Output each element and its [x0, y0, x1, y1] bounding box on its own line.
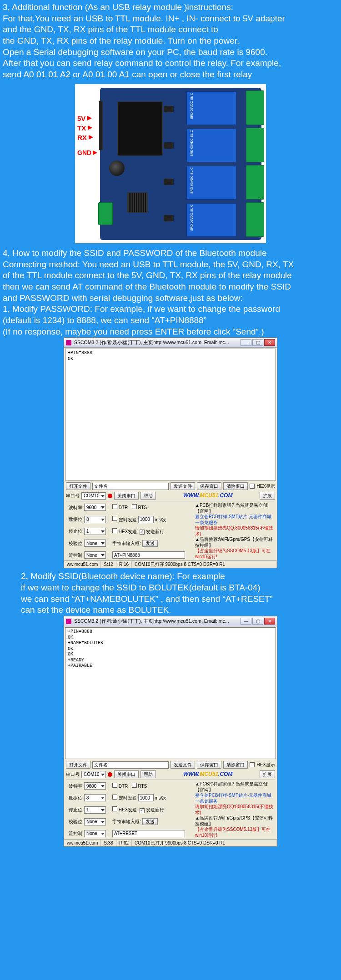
maximize-button[interactable]: ▢	[252, 339, 263, 346]
website-link[interactable]: WWW.MCU51.COM	[158, 492, 258, 500]
hex-show-checkbox[interactable]	[250, 484, 255, 489]
close-port-button[interactable]: 关闭串口	[114, 492, 139, 500]
arrow-icon	[88, 125, 92, 130]
smd-chip	[164, 215, 174, 221]
timed-checkbox[interactable]	[112, 795, 117, 800]
help-button[interactable]: 帮助	[140, 770, 156, 778]
timed-checkbox[interactable]	[112, 516, 117, 521]
mid-l3: we can send “AT+NAMEBOLUTEK” , and then …	[21, 594, 338, 605]
hexsend-checkbox[interactable]	[112, 806, 117, 811]
clear-window-button[interactable]: 清除窗口	[223, 482, 248, 490]
sec4-l4: and PASSWORD with serial debugging softw…	[3, 293, 338, 304]
port-select[interactable]: COM10	[81, 492, 106, 500]
stop-select[interactable]: 1	[84, 806, 106, 814]
send-file-button[interactable]: 发送文件	[170, 761, 195, 769]
sendnew-checkbox[interactable]: ✓	[140, 808, 145, 813]
timed-unit: ms/次	[155, 795, 166, 800]
stop-label: 停止位	[66, 807, 82, 813]
rts-label: RTS	[138, 784, 147, 789]
smd-chip	[164, 179, 174, 185]
hexsend-checkbox[interactable]	[112, 528, 117, 533]
hex-show-label: HEX显示	[256, 483, 275, 489]
sec3-l1: For that,You need an USB to TTL module. …	[3, 13, 338, 25]
smd-chip	[164, 142, 174, 149]
status-site: ww.mcu51.com	[64, 561, 101, 568]
relay-component: SRD-05VDC-SL-C	[186, 129, 236, 162]
serial-output[interactable]: +PIN=8888 OK +NAME=BOLUTEK OK OK +READY …	[65, 627, 276, 759]
ic-component	[127, 192, 148, 213]
titlebar[interactable]: SSCOM3.2 (作者:聂小猛(丁丁), 主页http://www.mcu51…	[64, 616, 277, 626]
dtr-checkbox[interactable]	[112, 783, 117, 788]
relay-component: SRD-05VDC-SL-C	[186, 203, 236, 237]
baud-select[interactable]: 9600	[84, 782, 106, 790]
sec4-l2: of the TTL module connect to the 5V, GND…	[3, 270, 338, 281]
send-button[interactable]: 发送	[142, 540, 158, 547]
port-status-icon	[108, 772, 112, 777]
close-port-button[interactable]: 关闭串口	[114, 770, 139, 778]
parity-select[interactable]: None	[84, 818, 106, 825]
save-window-button[interactable]: 保存窗口	[197, 482, 221, 490]
help-button[interactable]: 帮助	[140, 492, 156, 500]
rts-checkbox[interactable]	[132, 504, 137, 509]
timed-interval-field[interactable]: 1000	[138, 516, 154, 523]
bluetooth-chip	[117, 101, 163, 156]
data-select[interactable]: 8	[84, 794, 106, 801]
minimize-button[interactable]: —	[241, 339, 251, 346]
close-button[interactable]: ✕	[264, 618, 275, 625]
serial-output[interactable]: +PIN=8888 OK	[65, 349, 276, 480]
baud-select[interactable]: 9600	[84, 504, 106, 511]
baud-label: 波特率	[66, 505, 82, 510]
expand-button[interactable]: 扩展	[260, 492, 275, 500]
flow-select[interactable]: None	[84, 551, 106, 559]
titlebar[interactable]: SSCOM3.2 (作者:聂小猛(丁丁), 主页http://www.mcu51…	[64, 338, 277, 348]
stop-select[interactable]: 1	[84, 528, 106, 535]
sec4-l7: (If no response, maybe you need press EN…	[3, 326, 338, 338]
save-window-button[interactable]: 保存窗口	[197, 761, 221, 769]
port-select[interactable]: COM10	[81, 771, 106, 778]
clear-window-button[interactable]: 清除窗口	[223, 761, 248, 769]
input-field[interactable]: AT+PIN8888	[112, 551, 185, 559]
rts-checkbox[interactable]	[132, 783, 137, 788]
sec4-l5: 1, Modify PASSWORD: For example, if we w…	[3, 304, 338, 315]
sendnew-checkbox[interactable]: ✓	[140, 530, 145, 535]
status-conn: COM10已打开 9600bps 8 CTS=0 DSR=0 RL	[132, 561, 277, 568]
filename-field[interactable]: 文件名	[92, 761, 169, 769]
send-button[interactable]: 发送	[142, 818, 158, 825]
pcb-board: SRD-05VDC-SL-C SRD-05VDC-SL-C SRD-05VDC-…	[100, 88, 261, 240]
sec3-l4: Open a Serial debugging software on your…	[3, 47, 338, 58]
dtr-checkbox[interactable]	[112, 504, 117, 509]
sec3-l2: and the GND, TX, RX pins of the TTL modu…	[3, 24, 338, 35]
timed-interval-field[interactable]: 1000	[138, 794, 154, 801]
statusbar: ww.mcu51.com S:12 R:16 COM10已打开 9600bps …	[64, 560, 277, 568]
data-select[interactable]: 8	[84, 516, 106, 523]
close-button[interactable]: ✕	[264, 339, 275, 346]
relay-component: SRD-05VDC-SL-C	[186, 166, 236, 200]
arrow-icon	[93, 150, 97, 155]
flow-select[interactable]: None	[84, 830, 106, 837]
open-file-button[interactable]: 打开文件	[66, 482, 90, 490]
header-pins	[99, 100, 103, 150]
maximize-button[interactable]: ▢	[252, 618, 263, 625]
open-file-button[interactable]: 打开文件	[66, 761, 90, 769]
app-icon	[66, 340, 71, 345]
status-recv: R:62	[116, 840, 132, 846]
input-field[interactable]: AT+RESET	[112, 830, 185, 837]
sec3-l6: send A0 01 01 A2 or A0 01 00 A1 can open…	[3, 69, 338, 80]
parity-label: 校验位	[66, 540, 82, 546]
minimize-button[interactable]: —	[241, 618, 251, 625]
filename-field[interactable]: 文件名	[92, 483, 169, 490]
timed-label: 定时发送	[119, 795, 137, 800]
mid-l4: can set the device name as BOLUTEK.	[21, 605, 338, 616]
pin-tx-label: TX	[77, 123, 86, 133]
send-file-button[interactable]: 发送文件	[170, 482, 195, 490]
hex-show-checkbox[interactable]	[250, 762, 255, 767]
flow-label: 流控制	[66, 552, 82, 558]
relay-component: SRD-05VDC-SL-C	[186, 91, 236, 125]
window-title: SSCOM3.2 (作者:聂小猛(丁丁), 主页http://www.mcu51…	[74, 618, 229, 625]
website-link[interactable]: WWW.MCU51.COM	[158, 771, 258, 778]
sec4-l6: (default is 1234) to 8888, we can send “…	[3, 315, 338, 326]
terminal-block	[98, 202, 113, 225]
expand-button[interactable]: 扩展	[260, 770, 275, 778]
data-label: 数据位	[66, 795, 82, 801]
parity-select[interactable]: None	[84, 540, 106, 547]
